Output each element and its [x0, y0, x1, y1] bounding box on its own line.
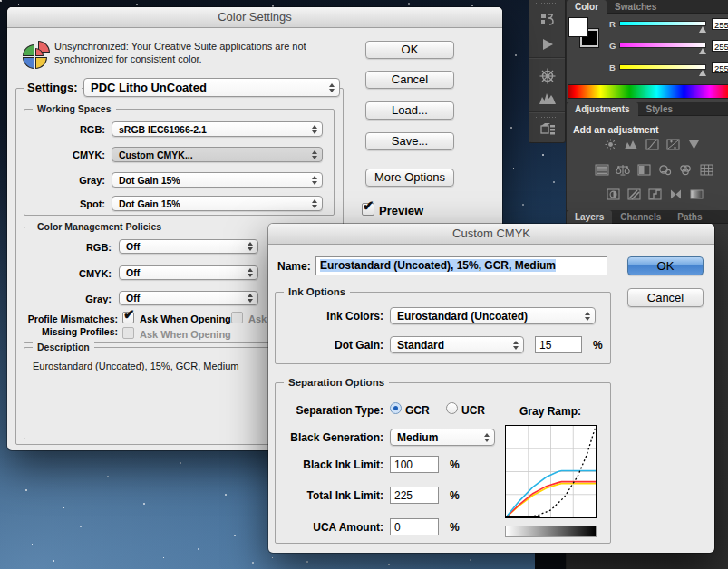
red-slider-thumb[interactable]	[699, 26, 706, 33]
threshold-icon[interactable]	[647, 188, 662, 200]
ws-spot-select[interactable]: Dot Gain 15%	[112, 196, 323, 211]
color-spectrum-ramp[interactable]	[568, 84, 728, 99]
green-value-field[interactable]: 255	[712, 40, 728, 52]
photo-filter-icon[interactable]	[657, 163, 672, 176]
selective-color-icon[interactable]	[668, 188, 683, 200]
tab-adjustments[interactable]: Adjustments	[567, 102, 638, 116]
ok-button[interactable]: OK	[365, 41, 454, 59]
ok-button[interactable]: OK	[627, 256, 704, 275]
cancel-button[interactable]: Cancel	[627, 288, 704, 307]
gcr-radio[interactable]	[390, 402, 402, 414]
gcr-label: GCR	[405, 404, 430, 417]
color-balance-icon[interactable]	[616, 163, 630, 176]
ws-spot-label: Spot:	[25, 198, 105, 209]
color-settings-titlebar[interactable]: Color Settings	[7, 7, 502, 28]
check-icon: ✔	[363, 198, 374, 214]
gray-ramp-label: Gray Ramp:	[519, 405, 581, 418]
foreground-background-swatches[interactable]	[569, 18, 602, 51]
invert-icon[interactable]	[606, 188, 620, 200]
navigator-icon[interactable]	[529, 67, 565, 85]
cmp-gray-label: Gray:	[25, 294, 112, 304]
missing-profiles-label: Missing Profiles:	[16, 326, 118, 337]
preview-checkbox[interactable]: ✔	[362, 203, 374, 216]
curves-icon[interactable]	[645, 138, 659, 150]
layers-tabbar: Layers Channels Paths	[567, 210, 728, 224]
vibrance-icon[interactable]	[686, 138, 701, 150]
levels-icon[interactable]	[624, 138, 638, 150]
stepper-icon	[481, 433, 492, 442]
ink-colors-select[interactable]: Eurostandard (Uncoated)	[390, 307, 596, 324]
total-ink-limit-field[interactable]: 225	[390, 487, 439, 504]
ws-cmyk-select[interactable]: Custom CMYK...	[112, 147, 323, 162]
tab-styles[interactable]: Styles	[638, 102, 681, 116]
ink-colors-label: Ink Colors:	[268, 310, 383, 323]
blue-slider-track[interactable]	[619, 64, 706, 70]
ws-rgb-select[interactable]: sRGB IEC61966-2.1	[112, 121, 323, 137]
panel-icon-strip	[529, 0, 566, 143]
custom-cmyk-dialog: Custom CMYK Name: Eurostandard (Uncoated…	[268, 224, 714, 553]
posterize-icon[interactable]	[626, 188, 641, 200]
profile-mismatches-label: Profile Mismatches:	[16, 313, 118, 324]
stepper-icon	[326, 83, 337, 92]
ask-when-pasting-checkbox[interactable]	[231, 312, 243, 323]
red-value-field[interactable]: 255	[712, 18, 728, 30]
strip-divider	[529, 111, 565, 113]
blue-value-field[interactable]: 255	[712, 62, 728, 73]
tab-channels[interactable]: Channels	[612, 210, 669, 224]
ink-options-groupbox: Ink Options	[275, 292, 611, 364]
ws-cmyk-label: CMYK:	[25, 149, 105, 160]
cmp-gray-select[interactable]: Off	[119, 291, 258, 305]
brightness-contrast-icon[interactable]	[603, 138, 617, 150]
panel-grip[interactable]	[535, 2, 560, 5]
hue-saturation-icon[interactable]	[595, 163, 609, 176]
stepper-icon	[309, 176, 320, 185]
black-generation-select[interactable]: Medium	[390, 429, 495, 446]
green-slider-track[interactable]	[619, 43, 706, 48]
cmp-cmyk-label: CMYK:	[25, 268, 112, 279]
ws-gray-select[interactable]: Dot Gain 15%	[112, 172, 323, 188]
uca-amount-field[interactable]: 0	[390, 518, 439, 535]
layer-comps-icon[interactable]	[529, 11, 565, 27]
color-lookup-icon[interactable]	[699, 163, 713, 176]
load-button[interactable]: Load...	[365, 101, 454, 120]
dot-gain-value-field[interactable]: 15	[535, 336, 582, 353]
foreground-color-swatch[interactable]	[569, 18, 587, 36]
uca-amount-percent: %	[450, 521, 460, 534]
exposure-icon[interactable]	[665, 138, 680, 150]
missing-ask-checkbox[interactable]	[122, 327, 134, 339]
cmp-rgb-select[interactable]: Off	[119, 239, 258, 254]
panel-grip[interactable]	[535, 116, 560, 120]
dot-gain-select[interactable]: Standard	[390, 336, 524, 353]
black-ink-limit-field[interactable]: 100	[390, 456, 439, 473]
cmp-cmyk-select[interactable]: Off	[119, 265, 258, 280]
custom-cmyk-titlebar[interactable]: Custom CMYK	[268, 224, 714, 245]
tab-swatches[interactable]: Swatches	[607, 0, 665, 14]
blue-slider-thumb[interactable]	[699, 70, 706, 76]
ws-gray-label: Gray:	[25, 175, 105, 186]
green-slider-thumb[interactable]	[699, 48, 706, 54]
gradient-map-icon[interactable]	[689, 188, 704, 200]
histogram-icon[interactable]	[529, 91, 565, 105]
add-adjustment-label: Add an adjustment	[573, 124, 659, 135]
ucr-radio[interactable]	[446, 402, 458, 414]
cancel-button[interactable]: Cancel	[365, 71, 454, 89]
missing-ask-label: Ask When Opening	[140, 329, 231, 340]
name-field[interactable]: Eurostandard (Uncoated), 15%, GCR, Mediu…	[315, 256, 607, 275]
actions-icon[interactable]	[529, 37, 565, 52]
red-slider-track[interactable]	[619, 21, 706, 26]
stepper-icon	[245, 268, 256, 277]
3d-panel-icon[interactable]	[529, 121, 565, 137]
dot-gain-percent: %	[593, 339, 603, 352]
more-options-button[interactable]: More Options	[365, 169, 454, 187]
settings-select[interactable]: PDC Litho UnCoated	[83, 78, 340, 97]
separation-type-label: Separation Type:	[268, 404, 383, 417]
tab-paths[interactable]: Paths	[669, 210, 710, 224]
tab-color[interactable]: Color	[567, 0, 607, 14]
ucr-label: UCR	[461, 404, 485, 417]
panel-grip[interactable]	[535, 62, 560, 65]
save-button[interactable]: Save...	[365, 132, 454, 150]
black-white-icon[interactable]	[636, 163, 651, 176]
tab-layers[interactable]: Layers	[567, 210, 612, 224]
ask-when-opening-checkbox[interactable]: ✔	[122, 312, 134, 323]
channel-mixer-icon[interactable]	[678, 163, 693, 176]
